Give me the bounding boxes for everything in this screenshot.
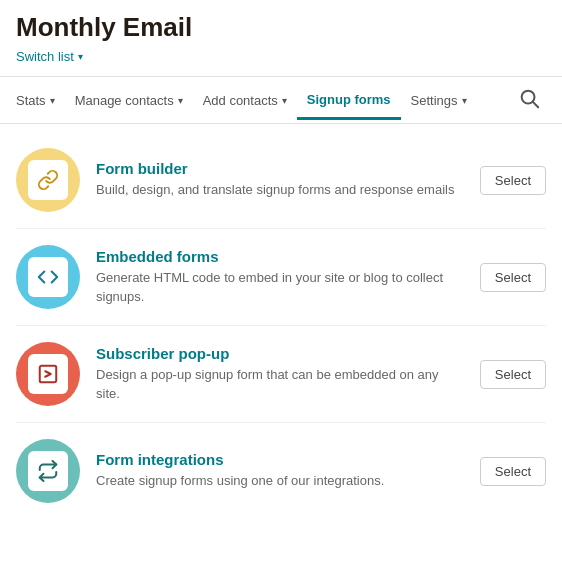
forms-list: Form builder Build, design, and translat… xyxy=(0,124,562,527)
nav-item-manage-contacts[interactable]: Manage contacts ▾ xyxy=(65,83,193,118)
navigation-bar: Stats ▾ Manage contacts ▾ Add contacts ▾… xyxy=(0,76,562,124)
form-integrations-name: Form integrations xyxy=(96,451,464,468)
subscriber-popup-icon-circle xyxy=(16,342,80,406)
nav-item-stats[interactable]: Stats ▾ xyxy=(16,83,65,118)
form-item-form-builder: Form builder Build, design, and translat… xyxy=(16,132,546,229)
form-integrations-desc: Create signup forms using one of our int… xyxy=(96,472,464,490)
nav-manage-contacts-label: Manage contacts xyxy=(75,93,174,108)
form-integrations-icon xyxy=(28,451,68,491)
form-builder-info: Form builder Build, design, and translat… xyxy=(96,160,464,199)
form-builder-name: Form builder xyxy=(96,160,464,177)
subscriber-popup-desc: Design a pop-up signup form that can be … xyxy=(96,366,464,402)
subscriber-popup-select-button[interactable]: Select xyxy=(480,360,546,389)
switch-list-chevron: ▾ xyxy=(78,51,83,62)
nav-stats-chevron: ▾ xyxy=(50,95,55,106)
nav-add-contacts-label: Add contacts xyxy=(203,93,278,108)
svg-rect-2 xyxy=(40,366,57,383)
form-builder-select-button[interactable]: Select xyxy=(480,166,546,195)
nav-stats-label: Stats xyxy=(16,93,46,108)
form-item-form-integrations: Form integrations Create signup forms us… xyxy=(16,423,546,519)
form-item-subscriber-popup: Subscriber pop-up Design a pop-up signup… xyxy=(16,326,546,423)
nav-signup-forms-label: Signup forms xyxy=(307,92,391,107)
embedded-forms-icon xyxy=(28,257,68,297)
form-integrations-icon-circle xyxy=(16,439,80,503)
nav-settings-label: Settings xyxy=(411,93,458,108)
embedded-forms-select-button[interactable]: Select xyxy=(480,263,546,292)
svg-line-1 xyxy=(533,102,538,107)
embedded-forms-desc: Generate HTML code to embed in your site… xyxy=(96,269,464,305)
nav-manage-contacts-chevron: ▾ xyxy=(178,95,183,106)
switch-list-button[interactable]: Switch list ▾ xyxy=(16,49,83,64)
search-icon[interactable] xyxy=(512,77,546,123)
form-builder-icon xyxy=(28,160,68,200)
nav-settings-chevron: ▾ xyxy=(462,95,467,106)
page-header: Monthly Email Switch list ▾ xyxy=(0,0,562,76)
nav-item-add-contacts[interactable]: Add contacts ▾ xyxy=(193,83,297,118)
embedded-forms-name: Embedded forms xyxy=(96,248,464,265)
form-integrations-select-button[interactable]: Select xyxy=(480,457,546,486)
form-builder-desc: Build, design, and translate signup form… xyxy=(96,181,464,199)
subscriber-popup-info: Subscriber pop-up Design a pop-up signup… xyxy=(96,345,464,402)
page-title: Monthly Email xyxy=(16,12,546,43)
nav-item-signup-forms[interactable]: Signup forms xyxy=(297,82,401,120)
embedded-forms-info: Embedded forms Generate HTML code to emb… xyxy=(96,248,464,305)
subscriber-popup-name: Subscriber pop-up xyxy=(96,345,464,362)
nav-add-contacts-chevron: ▾ xyxy=(282,95,287,106)
subscriber-popup-icon xyxy=(28,354,68,394)
embedded-forms-icon-circle xyxy=(16,245,80,309)
form-item-embedded-forms: Embedded forms Generate HTML code to emb… xyxy=(16,229,546,326)
form-builder-icon-circle xyxy=(16,148,80,212)
form-integrations-info: Form integrations Create signup forms us… xyxy=(96,451,464,490)
switch-list-label: Switch list xyxy=(16,49,74,64)
nav-item-settings[interactable]: Settings ▾ xyxy=(401,83,477,118)
